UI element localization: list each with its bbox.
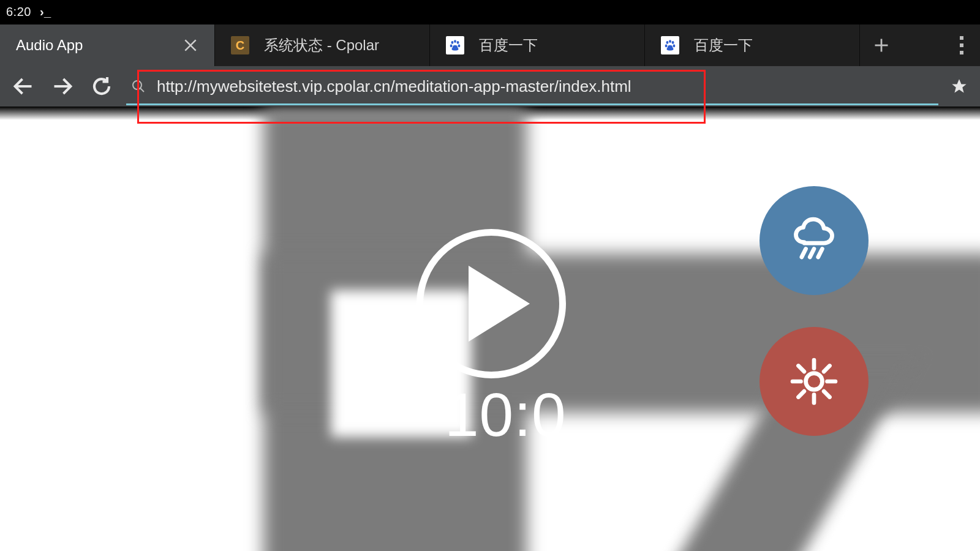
svg-point-8 [669,40,671,43]
svg-point-7 [666,41,668,44]
baidu-favicon-icon [446,36,464,54]
svg-point-2 [451,41,453,44]
tab-title: 系统状态 - Cpolar [264,36,413,55]
svg-point-10 [665,45,668,48]
omnibox-focus-underline [126,103,938,105]
svg-rect-15 [960,43,963,47]
tab-audio-app[interactable]: Audio App [0,24,214,66]
new-tab-button[interactable] [860,24,903,66]
svg-line-22 [802,249,806,257]
status-prompt-icon: ›_ [40,5,51,19]
play-icon [469,266,530,342]
search-icon [131,79,146,94]
svg-line-30 [798,365,804,371]
svg-point-4 [457,41,459,44]
tab-cpolar[interactable]: C 系统状态 - Cpolar [215,24,429,66]
tab-baidu-1[interactable]: 百度一下 [430,24,644,66]
svg-point-5 [450,45,453,48]
status-bar: 6:20 ›_ [0,0,980,23]
svg-line-33 [798,391,804,397]
svg-point-19 [133,81,141,89]
tab-title: 百度一下 [479,36,628,55]
svg-line-20 [140,88,144,92]
rain-sound-button[interactable] [760,186,869,295]
svg-marker-21 [952,79,966,92]
svg-line-24 [818,249,823,257]
svg-point-11 [673,45,675,48]
svg-rect-14 [960,36,963,40]
svg-line-32 [824,365,829,371]
svg-point-25 [806,373,823,390]
play-button[interactable] [417,229,566,378]
overflow-menu-button[interactable] [943,24,980,66]
url-input[interactable] [126,70,938,102]
tab-baidu-2[interactable]: 百度一下 [645,24,859,66]
page-viewport: 10:0 [0,107,980,551]
status-time: 6:20 [6,5,31,19]
sun-icon [788,355,840,408]
bookmark-button[interactable] [947,74,971,99]
svg-rect-16 [960,51,963,54]
rain-cloud-icon [788,214,840,267]
tab-title: Audio App [16,37,176,54]
svg-line-31 [824,391,829,397]
toolbar [0,66,980,107]
svg-line-23 [810,249,814,257]
tab-title: 百度一下 [694,36,843,55]
tab-strip: Audio App C 系统状态 - Cpolar 百度一下 百度一下 [0,23,980,66]
sunny-sound-button[interactable] [760,327,869,436]
refresh-button[interactable] [82,69,121,103]
svg-point-6 [458,45,460,48]
forward-button[interactable] [43,69,82,103]
svg-point-9 [672,41,674,44]
svg-point-3 [454,40,456,43]
timer-display: 10:0 [445,380,567,450]
back-button[interactable] [4,69,43,103]
close-icon[interactable] [183,37,198,53]
omnibox[interactable] [126,70,938,102]
cpolar-favicon-icon: C [231,36,249,54]
baidu-favicon-icon [661,36,679,54]
